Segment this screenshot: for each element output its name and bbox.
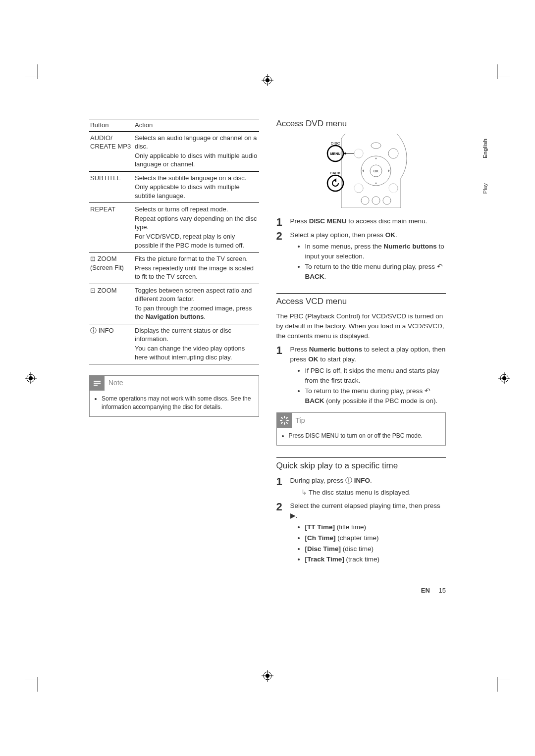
svg-text:OK: OK — [374, 169, 378, 173]
svg-point-37 — [361, 197, 369, 204]
svg-marker-29 — [333, 178, 336, 182]
side-label-english: English — [482, 139, 488, 158]
svg-line-46 — [286, 417, 287, 418]
table-row: ⓘ INFODisplays the current status or dis… — [89, 324, 259, 364]
note-icon — [90, 376, 105, 391]
crop-mark — [25, 64, 50, 89]
side-label-play: Play — [482, 183, 488, 194]
tip-icon — [277, 413, 292, 428]
svg-point-24 — [354, 149, 363, 158]
page-content: English Play Button Action AUDIO/ CREATE… — [89, 119, 446, 574]
svg-line-45 — [286, 422, 287, 423]
table-row: AUDIO/ CREATE MP3Selects an audio langua… — [89, 131, 259, 171]
list-item: [Disc Time] (disc time) — [305, 544, 446, 554]
svg-text:BACK: BACK — [330, 171, 341, 175]
svg-text:MENU: MENU — [330, 152, 340, 155]
button-action-table: Button Action AUDIO/ CREATE MP3Selects a… — [89, 119, 259, 364]
footer-lang: EN — [421, 587, 430, 594]
svg-line-47 — [281, 422, 282, 423]
dvd-title: Access DVD menu — [276, 119, 446, 129]
vcd-title: Access VCD menu — [276, 297, 446, 306]
tip-title: Tip — [296, 416, 305, 426]
quick-step-2: Select the current elapsed playing time,… — [276, 501, 446, 564]
crop-mark — [25, 667, 50, 692]
table-header-action: Action — [134, 119, 259, 132]
table-row: ⊡ ZOOM(Screen Fit)Fits the picture forma… — [89, 252, 259, 284]
registration-mark-icon — [262, 74, 273, 86]
crop-mark — [485, 64, 510, 89]
quick-step-1-result: The disc status menu is displayed. — [301, 488, 446, 498]
list-item: Press DISC MENU to turn on or off the PB… — [289, 432, 440, 440]
svg-point-39 — [383, 197, 391, 204]
note-box: Note Some operations may not work with s… — [89, 375, 259, 417]
registration-mark-icon — [498, 372, 510, 384]
crop-mark — [485, 667, 510, 692]
list-item: To return to the menu during play, press… — [305, 386, 446, 405]
svg-point-33 — [375, 158, 376, 159]
dvd-step-1: Press DISC MENU to access disc main menu… — [276, 216, 446, 226]
right-column: Access DVD menu DISC MENU — [276, 119, 446, 574]
list-item: To return to the title menu during play,… — [305, 262, 446, 281]
quick-title: Quick skip play to a specific time — [276, 461, 446, 471]
vcd-intro: The PBC (Playback Control) for VCD/SVCD … — [276, 311, 446, 341]
svg-point-36 — [389, 184, 398, 193]
svg-point-35 — [354, 184, 363, 193]
registration-mark-icon — [25, 372, 37, 384]
table-row: ⊡ ZOOMToggles between screen aspect rati… — [89, 284, 259, 324]
svg-point-28 — [327, 175, 343, 191]
quick-step-1: During play, press ⓘ INFO. The disc stat… — [276, 476, 446, 497]
svg-point-34 — [375, 183, 376, 184]
list-item: In some menus, press the Numeric buttons… — [305, 242, 446, 261]
registration-mark-icon — [262, 670, 273, 682]
dvd-section: Access DVD menu DISC MENU — [276, 119, 446, 281]
list-item: [Track Time] (track time) — [305, 554, 446, 564]
table-row: SUBTITLESelects the subtitle language on… — [89, 171, 259, 203]
note-title: Note — [108, 378, 123, 388]
list-item: Some operations may not work with some d… — [102, 395, 253, 411]
page-footer: EN 15 — [421, 587, 446, 594]
vcd-step-1: Press Numeric buttons to select a play o… — [276, 345, 446, 405]
list-item: [TT Time] (title time) — [305, 522, 446, 532]
tip-box: Tip Press DISC MENU to turn on or off th… — [276, 412, 446, 446]
svg-point-23 — [344, 152, 346, 154]
table-header-button: Button — [89, 119, 134, 132]
remote-figure: DISC MENU BACK — [276, 134, 446, 209]
quick-skip-section: Quick skip play to a specific time Durin… — [276, 457, 446, 564]
svg-point-26 — [388, 149, 398, 158]
vcd-section: Access VCD menu The PBC (Playback Contro… — [276, 293, 446, 446]
footer-page-number: 15 — [439, 587, 446, 594]
svg-point-38 — [372, 197, 380, 204]
svg-line-44 — [281, 417, 282, 418]
list-item: [Ch Time] (chapter time) — [305, 533, 446, 543]
list-item: If PBC is off, it skips the menu and sta… — [305, 366, 446, 385]
svg-point-25 — [371, 143, 381, 149]
left-column: Button Action AUDIO/ CREATE MP3Selects a… — [89, 119, 259, 574]
dvd-step-2: Select a play option, then press OK. In … — [276, 230, 446, 282]
table-row: REPEATSelects or turns off repeat mode.R… — [89, 203, 259, 252]
svg-text:DISC: DISC — [330, 141, 340, 146]
